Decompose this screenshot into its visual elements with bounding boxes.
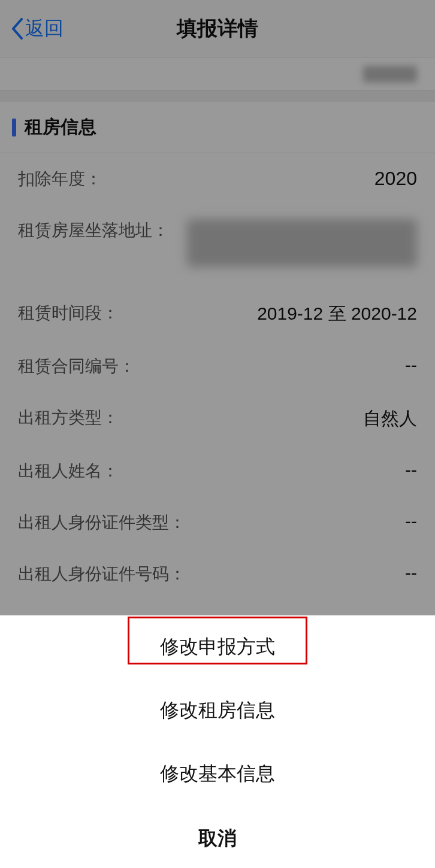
sheet-item-modify-rent[interactable]: 修改租房信息	[0, 679, 435, 742]
sheet-item-modify-declare[interactable]: 修改申报方式	[0, 615, 435, 679]
modal-overlay[interactable]	[0, 0, 435, 615]
sheet-item-modify-basic[interactable]: 修改基本信息	[0, 742, 435, 806]
action-sheet: 修改申报方式 修改租房信息 修改基本信息 取消	[0, 615, 435, 868]
sheet-cancel[interactable]: 取消	[0, 806, 435, 868]
